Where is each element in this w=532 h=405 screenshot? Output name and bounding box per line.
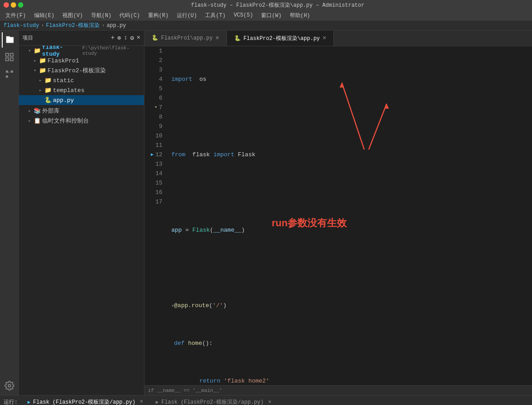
new-folder-icon[interactable]: ⊕ — [117, 34, 121, 42]
bottom-label-bar: if __name__ == '__main__' — [144, 385, 532, 395]
titlebar: flask-study – FlaskPro2-模板渲染\app.py – Ad… — [0, 0, 532, 10]
line-numbers: 1 2 3 4 5 6 ▾7 8 9 10 11 ▶12 13 14 15 16 — [144, 46, 167, 385]
breadcrumb: flask-study › FlaskPro2-模板渲染 › app.py — [0, 21, 532, 31]
tree-static[interactable]: ▸ 📁 static — [19, 75, 144, 85]
bottom-tabs-bar: 运行: ▶ Flask (FlaskPro2-模板渲染/app.py) × ▶ … — [0, 396, 532, 405]
tab-flaskpro1-app[interactable]: 🐍 FlaskPro1\app.py × — [144, 31, 227, 46]
svg-point-7 — [8, 384, 11, 387]
menu-view[interactable]: 视图(V) — [59, 11, 87, 20]
left-activity-bar — [0, 31, 19, 395]
sidebar: 项目 + ⊕ ↕ ⚙ × ▾ 📁 flask-study F:\python\f… — [19, 31, 144, 395]
breadcrumb-item-2[interactable]: FlaskPro2-模板渲染 — [46, 22, 100, 29]
menu-edit[interactable]: 编辑(E) — [31, 11, 58, 20]
tab-flaskpro2-app[interactable]: 🐍 FlaskPro2-模板渲染\app.py × — [227, 31, 334, 46]
svg-rect-1 — [10, 53, 13, 56]
svg-rect-3 — [5, 58, 8, 61]
editor-area: 🐍 FlaskPro1\app.py × 🐍 FlaskPro2-模板渲染\ap… — [144, 31, 532, 395]
tree-templates[interactable]: ▸ 📁 templates — [19, 85, 144, 95]
svg-point-4 — [5, 70, 8, 73]
tabs-bar: 🐍 FlaskPro1\app.py × 🐍 FlaskPro2-模板渲染\ap… — [144, 31, 532, 46]
sidebar-content: ▾ 📁 flask-study F:\python\flask-study ▸ … — [19, 46, 144, 395]
run-icon-2: ▶ — [156, 399, 159, 405]
gear-icon[interactable]: ⚙ — [130, 34, 134, 42]
code-content[interactable]: import os from flask import Flask app = … — [167, 46, 532, 385]
bottom-path-label: if __name__ == '__main__' — [148, 388, 222, 393]
sidebar-toolbar: 项目 + ⊕ ↕ ⚙ × — [19, 31, 144, 46]
bottom-panel: 运行: ▶ Flask (FlaskPro2-模板渲染/app.py) × ▶ … — [0, 395, 532, 405]
menu-tools[interactable]: 工具(T) — [201, 11, 229, 20]
menu-vcs[interactable]: VCS(S) — [230, 11, 257, 19]
close-sidebar-icon[interactable]: × — [137, 34, 140, 42]
tree-root[interactable]: ▾ 📁 flask-study F:\python\flask-study — [19, 46, 144, 56]
settings-icon[interactable] — [2, 378, 17, 393]
tree-flaskpro2[interactable]: ▾ 📁 FlaskPro2-模板渲染 — [19, 66, 144, 75]
svg-rect-0 — [5, 53, 8, 56]
menu-window[interactable]: 窗口(W) — [257, 11, 285, 20]
explorer-icon[interactable] — [2, 32, 17, 48]
menu-nav[interactable]: 导航(N) — [87, 11, 115, 20]
menu-help[interactable]: 帮助(H) — [286, 11, 314, 20]
svg-marker-11 — [384, 104, 389, 109]
tree-app-py[interactable]: 🐍 app.py — [19, 95, 144, 105]
menubar: 文件(F) 编辑(E) 视图(V) 导航(N) 代码(C) 重构(R) 运行(U… — [0, 10, 532, 21]
tree-external-libs[interactable]: ▸ 📚 外部库 — [19, 106, 144, 116]
tab-close-1[interactable]: × — [323, 35, 326, 42]
tab-close-0[interactable]: × — [215, 35, 219, 42]
tree-temp-files[interactable]: ▸ 📋 临时文件和控制台 — [19, 116, 144, 126]
bottom-tab-close-1[interactable]: × — [140, 399, 143, 405]
structure-icon[interactable] — [2, 49, 17, 65]
bottom-tab-close-2[interactable]: × — [268, 399, 271, 405]
menu-run[interactable]: 运行(U) — [173, 11, 201, 20]
bottom-tab-flask-2[interactable]: ▶ Flask (FlaskPro2-模板渲染/app.py) × — [150, 396, 277, 405]
new-file-icon[interactable]: + — [111, 34, 114, 42]
menu-file[interactable]: 文件(F) — [2, 11, 30, 20]
svg-rect-2 — [10, 58, 13, 61]
bottom-tab-flask-1[interactable]: ▶ Flask (FlaskPro2-模板渲染/app.py) × — [22, 396, 148, 405]
title-text: flask-study – FlaskPro2-模板渲染\app.py – Ad… — [27, 1, 528, 9]
git-icon[interactable] — [2, 66, 17, 82]
svg-point-6 — [5, 75, 8, 78]
window-controls[interactable] — [4, 2, 23, 8]
run-icon: ▶ — [27, 399, 31, 405]
sidebar-title: 项目 — [22, 34, 33, 42]
menu-refactor[interactable]: 重构(R) — [144, 11, 172, 20]
tab-active-file-icon: 🐍 — [234, 35, 241, 42]
menu-code[interactable]: 代码(C) — [116, 11, 144, 20]
tab-file-icon: 🐍 — [152, 35, 158, 41]
run-label: 运行: — [4, 398, 17, 405]
breadcrumb-item-1[interactable]: flask-study — [4, 22, 39, 29]
breadcrumb-item-3[interactable]: app.py — [107, 22, 126, 29]
svg-point-5 — [10, 70, 13, 73]
collapse-icon[interactable]: ↕ — [124, 34, 127, 42]
code-editor: 1 2 3 4 5 6 ▾7 8 9 10 11 ▶12 13 14 15 16 — [144, 46, 532, 385]
svg-line-10 — [369, 104, 387, 150]
tree-flaskpro1[interactable]: ▸ 📁 FlaskPro1 — [19, 56, 144, 66]
